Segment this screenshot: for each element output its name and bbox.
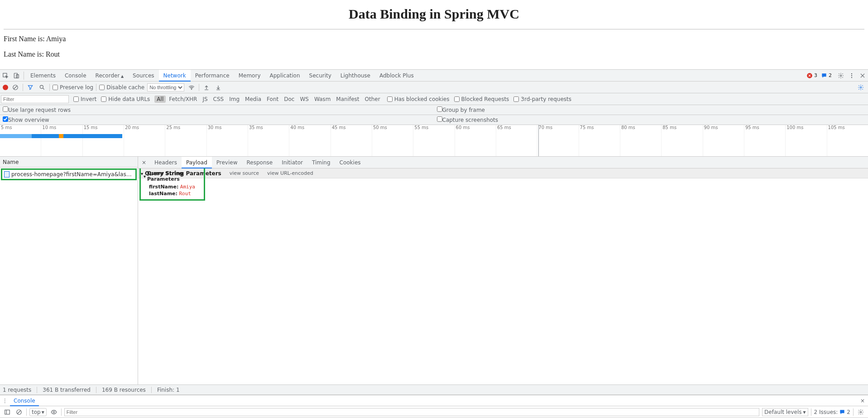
- live-expression-icon[interactable]: [49, 408, 58, 417]
- tab-network[interactable]: Network: [159, 70, 191, 82]
- network-body: Name process-homepage?firstName=Amiya&la…: [0, 157, 868, 385]
- show-overview-checkbox[interactable]: Show overview: [3, 116, 49, 123]
- console-tab[interactable]: Console: [10, 395, 39, 406]
- clear-console-icon[interactable]: [14, 408, 24, 417]
- svg-rect-1: [14, 73, 17, 78]
- messages-indicator[interactable]: 2: [821, 72, 832, 79]
- timeline-tick: 95 ms: [744, 125, 785, 133]
- type-filter-media[interactable]: Media: [243, 96, 264, 103]
- third-party-checkbox[interactable]: 3rd-party requests: [513, 96, 571, 102]
- view-source-link[interactable]: view source: [230, 170, 259, 176]
- tab-recorder[interactable]: Recorder ▲: [91, 70, 128, 82]
- type-filter-doc[interactable]: Doc: [282, 96, 297, 103]
- request-row[interactable]: process-homepage?firstName=Amiya&lastNam…: [2, 170, 135, 179]
- type-filter-font[interactable]: Font: [264, 96, 281, 103]
- console-settings-gear-icon[interactable]: [856, 408, 865, 417]
- console-filter-input[interactable]: [64, 408, 759, 416]
- type-filter-ws[interactable]: WS: [297, 96, 311, 103]
- type-filter-css[interactable]: CSS: [211, 96, 226, 103]
- timeline-tick: 55 ms: [413, 125, 454, 133]
- capture-screenshots-checkbox[interactable]: Capture screenshots: [437, 116, 499, 123]
- type-filter-other[interactable]: Other: [363, 96, 383, 103]
- network-settings-gear-icon[interactable]: [856, 83, 865, 92]
- filter-funnel-icon[interactable]: [26, 83, 35, 92]
- timeline-tick: 10 ms: [41, 125, 82, 133]
- document-icon: [4, 171, 10, 178]
- timeline-tick: 35 ms: [248, 125, 289, 133]
- details-tab-preview[interactable]: Preview: [212, 157, 242, 168]
- disable-cache-checkbox[interactable]: Disable cache: [99, 84, 144, 91]
- blocked-requests-checkbox[interactable]: Blocked Requests: [454, 96, 509, 102]
- close-details-icon[interactable]: ×: [138, 159, 150, 166]
- status-finish: Finish: 1: [157, 387, 180, 393]
- details-tab-response[interactable]: Response: [242, 157, 277, 168]
- network-filter-bar: Invert Hide data URLs AllFetch/XHRJSCSSI…: [0, 93, 868, 105]
- type-filter-fetch-xhr[interactable]: Fetch/XHR: [167, 96, 199, 103]
- tab-performance[interactable]: Performance: [191, 70, 234, 82]
- inspect-element-icon[interactable]: [0, 70, 11, 82]
- tab-application[interactable]: Application: [265, 70, 305, 82]
- timeline-tick: 45 ms: [331, 125, 372, 133]
- details-tab-cookies[interactable]: Cookies: [335, 157, 365, 168]
- clear-icon[interactable]: [11, 83, 20, 92]
- timeline-tick: 80 ms: [620, 125, 661, 133]
- console-drawer-tabs: ⋮ Console ×: [0, 395, 868, 406]
- tab-lighthouse[interactable]: Lighthouse: [336, 70, 375, 82]
- log-levels-select[interactable]: Default levels▾: [762, 408, 808, 416]
- large-rows-checkbox[interactable]: Use large request rows: [3, 106, 71, 113]
- tab-memory[interactable]: Memory: [234, 70, 265, 82]
- preserve-log-checkbox[interactable]: Preserve log: [53, 84, 93, 91]
- invert-checkbox[interactable]: Invert: [73, 96, 96, 102]
- type-filter-wasm[interactable]: Wasm: [312, 96, 333, 103]
- issues-indicator[interactable]: 2 Issues: 2: [814, 409, 850, 415]
- network-toolbar: Preserve log Disable cache No throttling: [0, 82, 868, 93]
- network-timeline[interactable]: 5 ms10 ms15 ms20 ms25 ms30 ms35 ms40 ms4…: [0, 125, 868, 157]
- network-filter-input[interactable]: [1, 95, 69, 103]
- drawer-menu-icon[interactable]: ⋮: [0, 398, 10, 404]
- throttling-select[interactable]: No throttling: [147, 83, 184, 91]
- type-filter-manifest[interactable]: Manifest: [334, 96, 361, 103]
- svg-point-6: [851, 75, 852, 76]
- details-tab-timing[interactable]: Timing: [307, 157, 335, 168]
- tab-console[interactable]: Console: [60, 70, 91, 82]
- blocked-cookies-checkbox[interactable]: Has blocked cookies: [387, 96, 450, 102]
- type-filter-all[interactable]: All: [154, 96, 166, 103]
- type-filter-js[interactable]: JS: [200, 96, 210, 103]
- context-selector[interactable]: top▾: [29, 408, 47, 416]
- device-toggle-icon[interactable]: [11, 70, 22, 82]
- import-har-icon[interactable]: [202, 83, 211, 92]
- payload-panel: Query String Parameters view source view…: [138, 168, 868, 384]
- settings-gear-icon[interactable]: [835, 70, 846, 82]
- timeline-tick: 5 ms: [0, 125, 41, 133]
- record-button[interactable]: [3, 85, 8, 90]
- group-by-frame-checkbox[interactable]: Group by frame: [437, 106, 485, 113]
- timeline-tick: 90 ms: [703, 125, 744, 133]
- timeline-bar: [32, 134, 122, 138]
- svg-point-11: [860, 86, 862, 88]
- type-filter-img[interactable]: Img: [227, 96, 242, 103]
- close-drawer-icon[interactable]: ×: [857, 398, 868, 404]
- details-tab-payload[interactable]: Payload: [182, 157, 212, 168]
- tab-adblock-plus[interactable]: Adblock Plus: [375, 70, 418, 82]
- tab-sources[interactable]: Sources: [128, 70, 158, 82]
- timeline-bar: [59, 134, 63, 138]
- console-sidebar-toggle-icon[interactable]: [3, 408, 12, 417]
- export-har-icon[interactable]: [214, 83, 223, 92]
- tab-elements[interactable]: Elements: [26, 70, 60, 82]
- divider: [24, 72, 24, 80]
- tab-security[interactable]: Security: [305, 70, 336, 82]
- svg-point-4: [840, 75, 842, 77]
- request-list-header[interactable]: Name: [0, 157, 138, 168]
- view-url-encoded-link[interactable]: view URL-encoded: [267, 170, 313, 176]
- details-tab-initiator[interactable]: Initiator: [277, 157, 307, 168]
- errors-indicator[interactable]: 3: [806, 72, 817, 79]
- payload-header-strip: Query String Parameters view source view…: [138, 168, 868, 178]
- hide-data-urls-checkbox[interactable]: Hide data URLs: [101, 96, 150, 102]
- details-tab-headers[interactable]: Headers: [150, 157, 182, 168]
- close-devtools-icon[interactable]: [857, 70, 868, 82]
- more-options-icon[interactable]: [846, 70, 857, 82]
- network-conditions-icon[interactable]: [187, 83, 196, 92]
- search-icon[interactable]: [38, 83, 47, 92]
- status-resources: 169 B resources: [102, 387, 146, 393]
- svg-point-5: [851, 73, 852, 74]
